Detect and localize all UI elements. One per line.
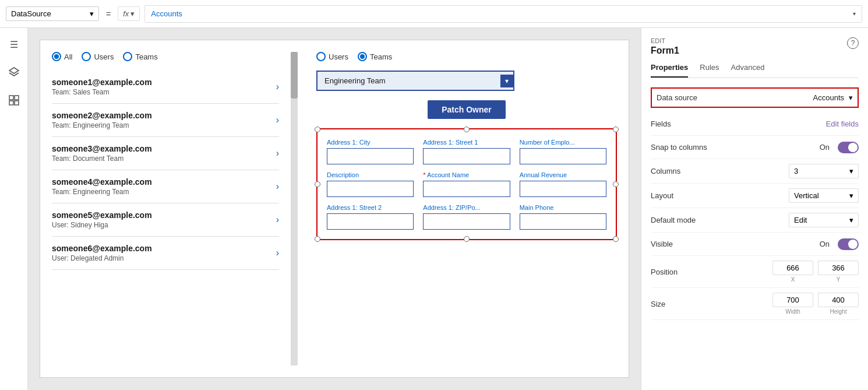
list-item-sub: User: Sidney Higa — [52, 221, 152, 229]
scroll-thumb[interactable] — [291, 52, 298, 99]
resize-handle-bm[interactable] — [464, 236, 470, 242]
list-item[interactable]: someone6@example.com User: Delegated Adm… — [52, 237, 279, 270]
list-item-name: someone6@example.com — [52, 244, 152, 253]
size-height-label: Height — [830, 308, 847, 315]
snap-value: On — [820, 143, 830, 152]
size-height-group: Height — [818, 293, 859, 315]
tab-properties[interactable]: Properties — [651, 63, 688, 78]
list-item-sub: Team: Document Team — [52, 154, 152, 163]
form-field-street2-input[interactable] — [327, 213, 414, 230]
tabs-row: Properties Rules Advanced — [651, 63, 859, 78]
form-field-city-input[interactable] — [327, 148, 414, 164]
columns-chevron-icon: ▾ — [849, 167, 853, 175]
resize-handle-tr[interactable] — [613, 127, 619, 132]
form-field-phone: Main Phone — [520, 204, 606, 230]
datasource-select[interactable]: DataSource ▾ — [6, 6, 99, 21]
data-source-chevron-icon: ▾ — [849, 93, 853, 102]
radio-teams[interactable]: Teams — [123, 52, 157, 61]
svg-marker-0 — [9, 68, 19, 73]
layout-label: Layout — [651, 191, 673, 200]
list-item[interactable]: someone2@example.com Team: Engineering T… — [52, 104, 279, 137]
form-field-revenue-input[interactable] — [520, 181, 606, 197]
help-icon[interactable]: ? — [847, 37, 859, 49]
pos-y-label: Y — [837, 276, 841, 283]
tab-rules[interactable]: Rules — [700, 63, 719, 78]
fx-button[interactable]: fx ▾ — [118, 6, 140, 21]
fields-row: Fields Edit fields — [651, 113, 859, 136]
chevron-right-icon: › — [276, 215, 279, 225]
list-item-name: someone4@example.com — [52, 177, 152, 187]
resize-handle-br[interactable] — [613, 236, 619, 242]
form-field-employees-input[interactable] — [520, 148, 606, 164]
columns-select[interactable]: 3 ▾ — [789, 164, 859, 178]
list-item[interactable]: someone5@example.com User: Sidney Higa › — [52, 203, 279, 237]
list-item[interactable]: someone1@example.com Team: Sales Team › — [52, 71, 279, 104]
team-dropdown-chevron-icon: ▾ — [500, 75, 513, 87]
chevron-right-icon: › — [276, 248, 279, 258]
snap-toggle-row: On — [820, 142, 859, 153]
edit-fields-link[interactable]: Edit fields — [826, 120, 859, 128]
datasource-chevron: ▾ — [90, 9, 94, 18]
radio-all-circle — [52, 52, 61, 61]
form-field-street1-input[interactable] — [423, 148, 510, 164]
sidebar-grid-icon[interactable] — [5, 91, 23, 110]
fx-label: fx — [123, 9, 129, 18]
visible-row: Visible On — [651, 233, 859, 256]
columns-row: Columns 3 ▾ — [651, 159, 859, 184]
form-field-employees: Number of Emplo... — [520, 139, 606, 164]
size-inputs: Width Height — [772, 293, 859, 315]
form-field-revenue: Annual Revenue — [520, 171, 606, 197]
sidebar-layers-icon[interactable] — [5, 63, 23, 82]
size-height-input[interactable] — [818, 293, 859, 307]
pos-y-input[interactable] — [818, 261, 859, 275]
team-dropdown[interactable]: Engineering Team ▾ — [316, 71, 514, 91]
radio-users-circle — [82, 52, 91, 61]
form-field-description-input[interactable] — [327, 181, 414, 197]
list-item-name: someone5@example.com — [52, 210, 152, 220]
app-canvas: All Users Teams someone1@exam — [40, 40, 629, 378]
size-width-input[interactable] — [772, 293, 813, 307]
resize-handle-ml[interactable] — [315, 181, 320, 187]
form-field-zip-input[interactable] — [423, 213, 510, 230]
layout-value: Vertical — [794, 191, 819, 200]
chevron-right-icon: › — [276, 181, 279, 192]
form-field-phone-input[interactable] — [520, 213, 606, 230]
svg-rect-3 — [9, 101, 13, 105]
list-item-sub: Team: Engineering Team — [52, 121, 152, 129]
form-grid: Address 1: City Address 1: Street 1 Numb… — [327, 139, 606, 230]
layout-select[interactable]: Vertical ▾ — [789, 188, 859, 203]
form-field-accountname-input[interactable] — [423, 181, 510, 197]
tab-advanced[interactable]: Advanced — [731, 63, 765, 78]
patch-owner-button[interactable]: Patch Owner — [428, 100, 506, 119]
resize-handle-tm[interactable] — [464, 127, 470, 132]
formula-value: Accounts — [151, 9, 182, 18]
list-item[interactable]: someone4@example.com Team: Engineering T… — [52, 170, 279, 203]
sidebar: ☰ — [0, 28, 28, 390]
list-radio-group: All Users Teams — [52, 52, 279, 61]
form-radio-users[interactable]: Users — [316, 52, 348, 61]
pos-x-input[interactable] — [772, 261, 813, 275]
form-field-phone-label: Main Phone — [520, 204, 606, 211]
list-item[interactable]: someone3@example.com Team: Document Team… — [52, 137, 279, 170]
snap-toggle[interactable] — [838, 142, 859, 153]
fields-label: Fields — [651, 120, 671, 128]
sidebar-menu-icon[interactable]: ☰ — [5, 35, 23, 54]
chevron-right-icon: › — [276, 82, 279, 92]
position-row: Position X Y — [651, 256, 859, 288]
radio-all[interactable]: All — [52, 52, 72, 61]
data-source-row: Data source Accounts ▾ — [651, 87, 859, 108]
radio-users[interactable]: Users — [82, 52, 114, 61]
position-label: Position — [651, 268, 678, 276]
data-source-value-wrapper[interactable]: Accounts ▾ — [813, 93, 853, 102]
resize-handle-mr[interactable] — [613, 181, 619, 187]
resize-handle-bl[interactable] — [315, 236, 320, 242]
formula-bar[interactable]: Accounts ▾ — [144, 5, 862, 23]
equals-sign: = — [104, 9, 113, 19]
list-item-sub: User: Delegated Admin — [52, 254, 152, 262]
form-radio-teams[interactable]: Teams — [358, 52, 392, 61]
main-content: ☰ All — [0, 28, 868, 390]
resize-handle-tl[interactable] — [315, 127, 320, 132]
default-mode-select[interactable]: Edit ▾ — [789, 213, 859, 227]
visible-toggle[interactable] — [838, 238, 859, 250]
svg-rect-4 — [15, 101, 19, 105]
